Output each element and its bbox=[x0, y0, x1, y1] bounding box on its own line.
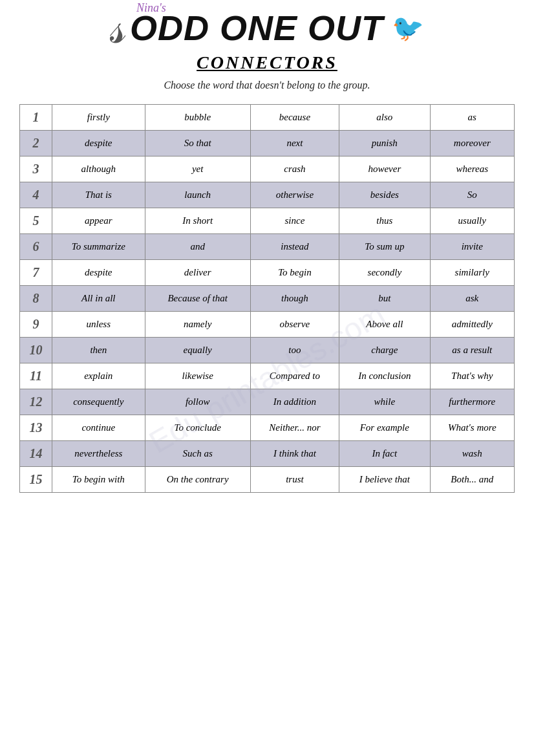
cell: likewise bbox=[145, 363, 250, 389]
cell: To sum up bbox=[339, 234, 431, 260]
cell: however bbox=[339, 157, 431, 182]
cell: In short bbox=[145, 208, 250, 234]
cell: I think that bbox=[250, 441, 339, 467]
cell: next bbox=[250, 131, 339, 157]
cell: observe bbox=[250, 312, 339, 338]
cell: while bbox=[339, 389, 431, 415]
cell: nevertheless bbox=[52, 441, 145, 467]
cell: moreover bbox=[430, 131, 514, 157]
cell: furthermore bbox=[430, 389, 514, 415]
cell: equally bbox=[145, 338, 250, 363]
table-row: 4That islaunchotherwisebesidesSo bbox=[20, 182, 515, 208]
cell: instead bbox=[250, 234, 339, 260]
cell: otherwise bbox=[250, 182, 339, 208]
table-row: 2despiteSo thatnextpunishmoreover bbox=[20, 131, 515, 157]
cell: invite bbox=[430, 234, 514, 260]
main-title: ODD ONE OUT bbox=[130, 10, 383, 45]
cell: though bbox=[250, 286, 339, 312]
cell: Compared to bbox=[250, 363, 339, 389]
cell: namely bbox=[145, 312, 250, 338]
table-row: 12consequentlyfollowIn additionwhilefurt… bbox=[20, 389, 515, 415]
row-number: 8 bbox=[20, 286, 52, 312]
row-number: 10 bbox=[20, 338, 52, 363]
row-number: 6 bbox=[20, 234, 52, 260]
row-number: 9 bbox=[20, 312, 52, 338]
page-instruction: Choose the word that doesn't belong to t… bbox=[19, 80, 515, 91]
cell: To summarize bbox=[52, 234, 145, 260]
table-row: 1firstlybubblebecausealsoas bbox=[20, 105, 515, 131]
cell: despite bbox=[52, 260, 145, 286]
cell: That's why bbox=[430, 363, 514, 389]
bird-icon: 🐦 bbox=[392, 13, 424, 43]
row-number: 2 bbox=[20, 131, 52, 157]
cell: In addition bbox=[250, 389, 339, 415]
cell: deliver bbox=[145, 260, 250, 286]
cell: I believe that bbox=[339, 467, 431, 493]
cell: wash bbox=[430, 441, 514, 467]
cell: appear bbox=[52, 208, 145, 234]
cell: despite bbox=[52, 131, 145, 157]
cell: In conclusion bbox=[339, 363, 431, 389]
cell: All in all bbox=[52, 286, 145, 312]
cell: consequently bbox=[52, 389, 145, 415]
cell: On the contrary bbox=[145, 467, 250, 493]
cell: trust bbox=[250, 467, 339, 493]
cell: crash bbox=[250, 157, 339, 182]
cell: launch bbox=[145, 182, 250, 208]
cell: admittedly bbox=[430, 312, 514, 338]
cell: but bbox=[339, 286, 431, 312]
cell: That is bbox=[52, 182, 145, 208]
table-row: 6To summarizeandinsteadTo sum upinvite bbox=[20, 234, 515, 260]
row-number: 7 bbox=[20, 260, 52, 286]
cell: yet bbox=[145, 157, 250, 182]
row-number: 5 bbox=[20, 208, 52, 234]
cell: follow bbox=[145, 389, 250, 415]
table-row: 7despitedeliverTo beginsecondlysimilarly bbox=[20, 260, 515, 286]
cell: charge bbox=[339, 338, 431, 363]
cell: To begin with bbox=[52, 467, 145, 493]
row-number: 14 bbox=[20, 441, 52, 467]
ninas-label: Nina's bbox=[136, 1, 166, 15]
table-row: 14neverthelessSuch asI think thatIn fact… bbox=[20, 441, 515, 467]
cell: Because of that bbox=[145, 286, 250, 312]
cell: What's more bbox=[430, 415, 514, 441]
cell: as a result bbox=[430, 338, 514, 363]
row-number: 3 bbox=[20, 157, 52, 182]
cell: In fact bbox=[339, 441, 431, 467]
cell: For example bbox=[339, 415, 431, 441]
cell: So that bbox=[145, 131, 250, 157]
row-number: 1 bbox=[20, 105, 52, 131]
cell: firstly bbox=[52, 105, 145, 131]
cell: usually bbox=[430, 208, 514, 234]
cell: although bbox=[52, 157, 145, 182]
table-row: 8All in allBecause of thatthoughbutask bbox=[20, 286, 515, 312]
cell: too bbox=[250, 338, 339, 363]
row-number: 4 bbox=[20, 182, 52, 208]
cell: bubble bbox=[145, 105, 250, 131]
cell: as bbox=[430, 105, 514, 131]
cell: whereas bbox=[430, 157, 514, 182]
cell: Neither... nor bbox=[250, 415, 339, 441]
table-row: 10thenequallytoochargeas a result bbox=[20, 338, 515, 363]
cell: thus bbox=[339, 208, 431, 234]
table-row: 13continueTo concludeNeither... norFor e… bbox=[20, 415, 515, 441]
table-row: 9unlessnamelyobserveAbove alladmittedly bbox=[20, 312, 515, 338]
table-row: 11explainlikewiseCompared toIn conclusio… bbox=[20, 363, 515, 389]
table-row: 5appearIn shortsincethususually bbox=[20, 208, 515, 234]
cell: ask bbox=[430, 286, 514, 312]
cell: punish bbox=[339, 131, 431, 157]
cell: Above all bbox=[339, 312, 431, 338]
cell: continue bbox=[52, 415, 145, 441]
cell: explain bbox=[52, 363, 145, 389]
cell: similarly bbox=[430, 260, 514, 286]
row-number: 11 bbox=[20, 363, 52, 389]
cell: and bbox=[145, 234, 250, 260]
cell: Such as bbox=[145, 441, 250, 467]
cell: then bbox=[52, 338, 145, 363]
table-row: 15To begin withOn the contrarytrustI bel… bbox=[20, 467, 515, 493]
cell: To conclude bbox=[145, 415, 250, 441]
cell: Both... and bbox=[430, 467, 514, 493]
row-number: 15 bbox=[20, 467, 52, 493]
row-number: 13 bbox=[20, 415, 52, 441]
connectors-table: 1firstlybubblebecausealsoas2despiteSo th… bbox=[19, 104, 515, 493]
